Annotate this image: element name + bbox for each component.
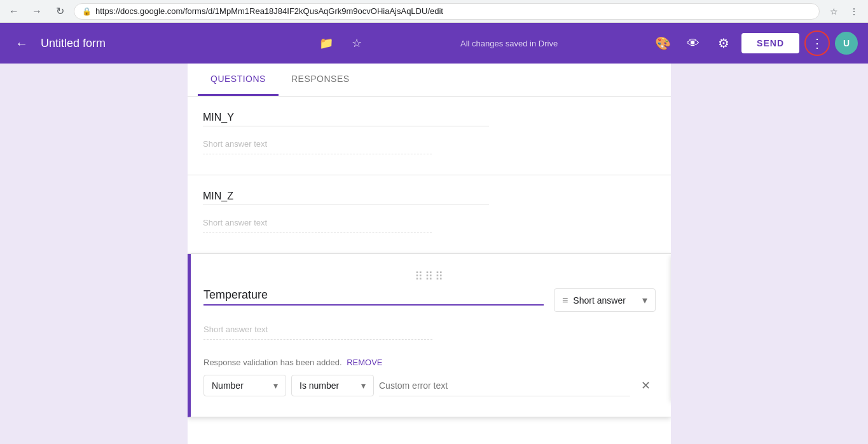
question-card-min-y: MIN_Y Short answer text <box>188 97 671 175</box>
question-title-min-y: MIN_Y <box>203 112 489 126</box>
validation-error-input[interactable] <box>379 375 630 396</box>
form-content: MIN_Y Short answer text MIN_Z Short answ… <box>188 97 671 444</box>
preview-btn[interactable]: 👁 <box>680 30 706 56</box>
back-nav-btn[interactable]: ← <box>5 3 23 20</box>
address-bar[interactable]: 🔒 https://docs.google.com/forms/d/1MpMm1… <box>74 3 820 20</box>
short-answer-min-z: Short answer text <box>203 213 432 233</box>
header-actions: 🎨 👁 ⚙ SEND ⋮ U <box>650 30 858 56</box>
temperature-title-input[interactable] <box>203 288 544 306</box>
question-input-area <box>203 288 544 306</box>
remove-validation-link[interactable]: REMOVE <box>347 358 382 367</box>
validation-field-selector[interactable]: Number ▾ <box>203 375 286 396</box>
question-card-min-z: MIN_Z Short answer text <box>188 175 671 254</box>
form-container: QUESTIONS RESPONSES MIN_Y Short answer t… <box>188 64 671 444</box>
type-arrow-icon: ▾ <box>642 294 647 306</box>
validation-condition-arrow-icon: ▾ <box>361 380 366 391</box>
validation-info: Response validation has been added. REMO… <box>203 358 656 367</box>
more-options-btn[interactable]: ⋮ <box>804 30 830 56</box>
left-bg <box>0 64 188 444</box>
question-type-selector[interactable]: ≡ Short answer ▾ <box>554 288 656 312</box>
chrome-icons: ☆ ⋮ <box>825 3 863 20</box>
chrome-bar: ← → ↻ 🔒 https://docs.google.com/forms/d/… <box>0 0 868 23</box>
tab-responses[interactable]: RESPONSES <box>279 64 362 96</box>
type-icon: ≡ <box>562 295 568 306</box>
validation-field-label: Number <box>212 380 268 391</box>
validation-section: Response validation has been added. REMO… <box>203 353 656 396</box>
validation-condition-selector[interactable]: Is number ▾ <box>291 375 374 396</box>
tab-questions[interactable]: QUESTIONS <box>198 64 279 96</box>
folder-btn[interactable]: 📁 <box>315 32 338 55</box>
validation-clear-btn[interactable]: ✕ <box>635 375 656 396</box>
bookmark-btn[interactable]: ☆ <box>825 3 843 20</box>
main-content: QUESTIONS RESPONSES MIN_Y Short answer t… <box>0 64 868 444</box>
form-title[interactable]: Untitled form <box>41 37 307 50</box>
palette-btn[interactable]: 🎨 <box>650 30 675 56</box>
star-btn[interactable]: ☆ <box>345 32 368 55</box>
validation-condition-label: Is number <box>300 380 356 391</box>
short-answer-min-y: Short answer text <box>203 134 432 154</box>
forward-nav-btn[interactable]: → <box>28 3 46 20</box>
chrome-menu-btn[interactable]: ⋮ <box>845 3 863 20</box>
app-header: ← Untitled form 📁 ☆ All changes saved in… <box>0 23 868 64</box>
header-back-btn[interactable]: ← <box>10 32 33 55</box>
avatar[interactable]: U <box>835 32 858 55</box>
url-text: https://docs.google.com/forms/d/1MpMm1Re… <box>95 6 443 16</box>
tabs: QUESTIONS RESPONSES <box>188 64 671 97</box>
short-answer-temperature: Short answer text <box>203 320 432 340</box>
question-title-min-z: MIN_Z <box>203 191 489 205</box>
drag-handle[interactable]: ⠿⠿⠿ <box>203 269 656 283</box>
lock-icon: 🔒 <box>82 7 92 16</box>
settings-btn[interactable]: ⚙ <box>711 30 736 56</box>
question-card-temperature: ⠿⠿⠿ ≡ Short answer ▾ Short answer text <box>188 254 671 417</box>
validation-field-arrow-icon: ▾ <box>273 380 278 391</box>
validation-row: Number ▾ Is number ▾ ✕ <box>203 375 656 396</box>
saved-status: All changes saved in Drive <box>460 39 558 48</box>
question-row: ≡ Short answer ▾ <box>203 288 656 312</box>
refresh-nav-btn[interactable]: ↻ <box>51 3 69 20</box>
type-label: Short answer <box>573 295 637 306</box>
send-button[interactable]: SEND <box>741 33 799 53</box>
